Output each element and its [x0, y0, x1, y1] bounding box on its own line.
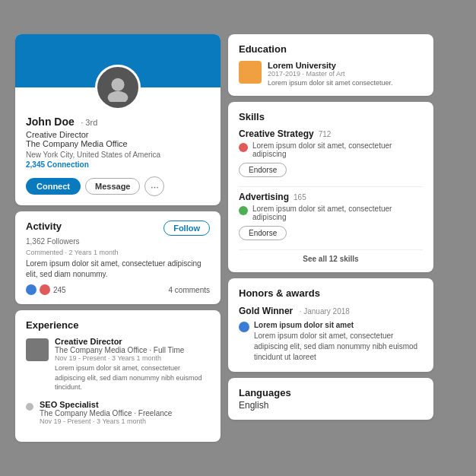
- message-button[interactable]: Message: [85, 178, 140, 195]
- skill-desc-2: Lorem ipsum dolor sit amet, consectetuer…: [252, 205, 423, 221]
- education-body: Education Lorem University 2017-2019 · M…: [228, 34, 433, 96]
- experience-card: Experience Creative Director The Company…: [15, 310, 221, 442]
- avatar: [95, 65, 141, 110]
- skill-name-1: Creative Strategy: [239, 129, 314, 139]
- connect-button[interactable]: Connect: [26, 178, 81, 195]
- experience-item-2: SEO Specialist The Company Media Office …: [26, 400, 210, 425]
- skill-header-2: Advertising 165: [239, 192, 423, 202]
- honors-card: Honors & awards Gold Winner · January 20…: [228, 278, 433, 372]
- profile-location: New York City, United States of America: [26, 151, 210, 159]
- profile-badge: · 3rd: [81, 118, 97, 127]
- profile-info: John Doe · 3rd Creative Director The Com…: [15, 115, 221, 205]
- skill-row-1: Lorem ipsum dolor sit amet, consectetuer…: [239, 141, 423, 158]
- honor-short-desc: Lorem ipsum dolor sit amet: [254, 320, 423, 331]
- endorse-button-1[interactable]: Endorse: [239, 163, 287, 177]
- honor-row: Lorem ipsum dolor sit amet Lorem ipsum d…: [239, 320, 423, 363]
- svg-point-1: [108, 91, 129, 102]
- skill-item-1: Creative Strategy 712 Lorem ipsum dolor …: [239, 129, 423, 179]
- honor-title-row: Gold Winner · January 2018: [239, 303, 423, 317]
- skill-header-1: Creative Strategy 712: [239, 129, 423, 139]
- activity-meta: Commented · 2 Years 1 month: [26, 249, 210, 256]
- exp-icon-1: [26, 338, 49, 361]
- experience-title: Experience: [26, 319, 210, 331]
- honor-dot: [239, 322, 249, 332]
- activity-title: Activity: [26, 221, 62, 232]
- profile-avatar-wrap: [15, 65, 221, 110]
- more-button[interactable]: ···: [144, 176, 164, 196]
- exp-company-2: The Company Media Office · Freelance: [40, 409, 172, 417]
- activity-footer: 245 4 comments: [26, 284, 210, 295]
- experience-item-1: Creative Director The Company Media Offi…: [26, 337, 210, 392]
- education-card: Education Lorem University 2017-2019 · M…: [228, 34, 433, 96]
- like-dot-red: [40, 284, 50, 295]
- skills-card: Skills Creative Strategy 712 Lorem ipsum…: [228, 102, 433, 272]
- profile-company: The Company Media Office: [26, 139, 210, 148]
- language-name: English: [239, 400, 423, 411]
- profile-title: Creative Director: [26, 130, 210, 139]
- follow-button[interactable]: Follow: [163, 221, 210, 236]
- profile-actions: Connect Message ···: [26, 176, 210, 196]
- experience-body: Experience Creative Director The Company…: [15, 310, 221, 442]
- activity-header: Activity Follow: [26, 221, 210, 236]
- exp-details-1: Creative Director The Company Media Offi…: [55, 337, 210, 392]
- honor-date: · January 2018: [300, 307, 350, 316]
- exp-date-1: Nov 19 - Present · 3 Years 1 month: [55, 354, 210, 362]
- education-title: Education: [239, 43, 423, 55]
- profile-connections[interactable]: 2,345 Connection: [26, 160, 210, 169]
- skill-dot-1: [239, 143, 248, 152]
- exp-desc-1: Lorem ipsum dolor sit amet, consectetuer…: [55, 363, 210, 392]
- edu-desc: Lorem ipsum dolor sit amet consectetuer.: [268, 79, 393, 87]
- svg-point-0: [111, 78, 124, 91]
- left-panel: John Doe · 3rd Creative Director The Com…: [15, 34, 221, 442]
- languages-body: Languages English: [228, 378, 433, 420]
- right-panel: Education Lorem University 2017-2019 · M…: [228, 34, 433, 442]
- profile-name-row: John Doe · 3rd: [26, 115, 210, 129]
- languages-title: Languages: [239, 387, 423, 398]
- honor-long-desc: Lorem ipsum dolor sit amet, consectetuer…: [254, 331, 423, 363]
- profile-name: John Doe: [26, 116, 75, 128]
- skill-row-2: Lorem ipsum dolor sit amet, consectetuer…: [239, 205, 423, 221]
- profile-card: John Doe · 3rd Creative Director The Com…: [15, 34, 221, 205]
- exp-title-2: SEO Specialist: [40, 400, 172, 409]
- exp-title-1: Creative Director: [55, 337, 210, 346]
- activity-card: Activity Follow 1,362 Followers Commente…: [15, 211, 221, 304]
- skill-count-1: 712: [319, 130, 332, 138]
- edu-school: Lorem University: [268, 61, 393, 70]
- skill-desc-1: Lorem ipsum dolor sit amet, consectetuer…: [252, 141, 423, 158]
- edu-item: Lorem University 2017-2019 · Master of A…: [239, 61, 423, 87]
- skill-dot-2: [239, 206, 248, 215]
- divider-2: [239, 249, 423, 250]
- honor-desc-wrap: Lorem ipsum dolor sit amet Lorem ipsum d…: [254, 320, 423, 363]
- skill-name-2: Advertising: [239, 192, 289, 202]
- comments-count[interactable]: 4 comments: [169, 286, 210, 294]
- activity-body: Activity Follow 1,362 Followers Commente…: [15, 211, 221, 304]
- activity-likes: 245: [26, 284, 66, 295]
- skill-count-2: 165: [294, 193, 306, 202]
- exp-company-1: The Company Media Office · Full Time: [55, 346, 210, 354]
- skills-title: Skills: [239, 111, 423, 122]
- edu-date: 2017-2019 · Master of Art: [268, 70, 393, 78]
- edu-details: Lorem University 2017-2019 · Master of A…: [268, 61, 393, 87]
- honors-section-title: Honors & awards: [239, 287, 423, 299]
- endorse-button-2[interactable]: Endorse: [239, 226, 287, 240]
- exp-dot-2: [26, 403, 33, 411]
- skill-item-2: Advertising 165 Lorem ipsum dolor sit am…: [239, 192, 423, 242]
- activity-text: Lorem ipsum dolor sit amet, consectetuer…: [26, 259, 210, 280]
- exp-details-2: SEO Specialist The Company Media Office …: [40, 400, 172, 425]
- skills-body: Skills Creative Strategy 712 Lorem ipsum…: [228, 102, 433, 272]
- like-dot-blue: [26, 284, 36, 295]
- see-all-skills[interactable]: See all 12 skills: [239, 255, 423, 263]
- divider-1: [239, 186, 423, 187]
- honor-title: Gold Winner: [239, 306, 293, 316]
- edu-icon: [239, 61, 262, 84]
- followers-text: 1,362 Followers: [26, 237, 210, 246]
- exp-date-2: Nov 19 - Present · 3 Years 1 month: [40, 417, 172, 425]
- like-count: 245: [53, 286, 66, 294]
- languages-card: Languages English: [228, 378, 433, 420]
- honors-body: Honors & awards Gold Winner · January 20…: [228, 278, 433, 372]
